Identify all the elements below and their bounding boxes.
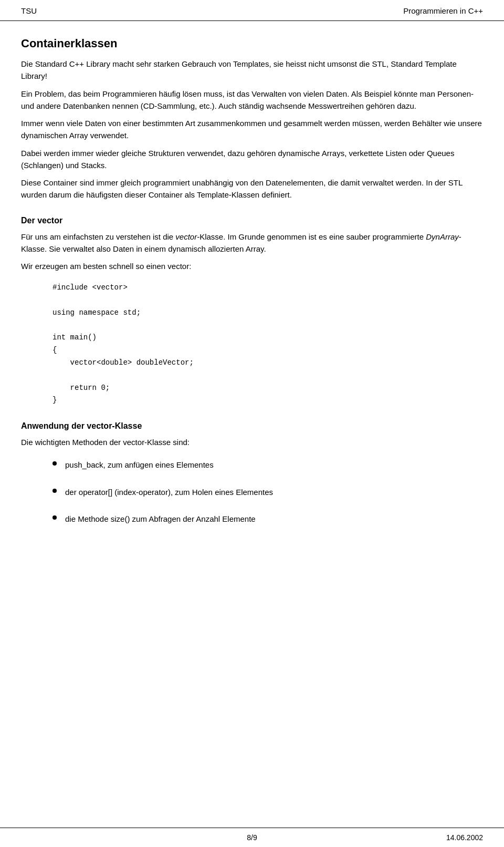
vector-text-prefix: Für uns am einfachsten zu verstehen ist …	[21, 232, 175, 241]
page-footer: 8/9 14.06.2002	[0, 828, 504, 847]
paragraph-4: Dabei werden immer wieder gleiche Strukt…	[21, 147, 483, 172]
vector-section-title: Der vector	[21, 216, 483, 225]
vector-class-name: vector	[175, 232, 197, 241]
list-item: der operator[] (index-operator), zum Hol…	[52, 486, 483, 498]
method-2: der operator[] (index-operator), zum Hol…	[65, 486, 273, 498]
method-1: push_back, zum anfügen eines Elementes	[65, 459, 214, 471]
code-line-6: {	[52, 344, 483, 357]
section-title: Containerklassen	[21, 37, 483, 50]
vector-text2: Wir erzeugen am besten schnell so einen …	[21, 260, 483, 272]
methods-list: push_back, zum anfügen eines Elementes d…	[52, 459, 483, 525]
bullet-dot	[52, 461, 57, 466]
main-content: Containerklassen Die Standard C++ Librar…	[0, 21, 504, 582]
paragraph-2: Ein Problem, das beim Programmieren häuf…	[21, 88, 483, 112]
code-line-2	[52, 294, 483, 307]
application-section-title: Anwendung der vector-Klasse	[21, 421, 483, 431]
code-line-10: }	[52, 394, 483, 407]
dynarray-class-name: DynArray	[426, 232, 459, 241]
code-line-1: #include <vector>	[52, 282, 483, 294]
vector-intro-text: Für uns am einfachsten zu verstehen ist …	[21, 231, 483, 255]
footer-date: 14.06.2002	[446, 833, 483, 842]
code-line-4	[52, 319, 483, 332]
code-line-8	[52, 369, 483, 382]
paragraph-3: Immer wenn viele Daten von einer bestimm…	[21, 117, 483, 142]
header-center: Programmieren in C++	[403, 6, 483, 15]
paragraph-5: Diese Container sind immer gleich progra…	[21, 177, 483, 201]
code-block: #include <vector> using namespace std; i…	[52, 282, 483, 407]
paragraph-1: Die Standard C++ Library macht sehr star…	[21, 58, 483, 82]
code-line-5: int main()	[52, 332, 483, 344]
bullet-dot	[52, 489, 57, 493]
footer-page-number: 8/9	[247, 833, 257, 842]
header-left: TSU	[21, 6, 37, 15]
code-line-3: using namespace std;	[52, 307, 483, 319]
vector-text-mid: -Klasse. Im Grunde genommen ist es eine …	[197, 232, 426, 241]
bullet-dot	[52, 515, 57, 520]
code-line-7: vector<double> doubleVector;	[52, 357, 483, 369]
application-intro: Die wichtigten Methoden der vector-Klass…	[21, 436, 483, 448]
page-container: TSU Programmieren in C++ Containerklasse…	[0, 0, 504, 847]
method-3: die Methode size() zum Abfragen der Anza…	[65, 513, 256, 525]
list-item: die Methode size() zum Abfragen der Anza…	[52, 513, 483, 525]
page-header: TSU Programmieren in C++	[0, 0, 504, 21]
code-line-9: return 0;	[52, 382, 483, 395]
list-item: push_back, zum anfügen eines Elementes	[52, 459, 483, 471]
